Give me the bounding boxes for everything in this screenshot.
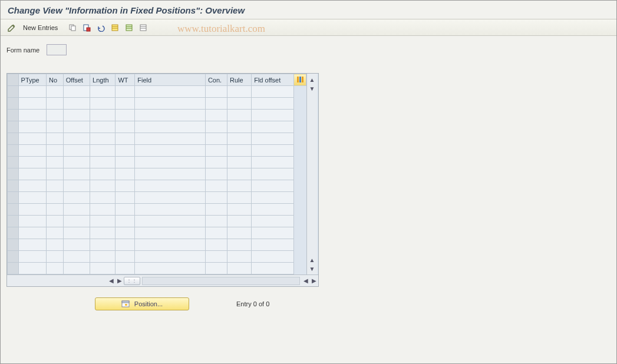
column-fld-offset[interactable]: Fld offset xyxy=(252,74,294,86)
cell[interactable] xyxy=(205,168,227,180)
cell[interactable] xyxy=(63,86,90,98)
cell[interactable] xyxy=(46,239,63,251)
cell[interactable] xyxy=(116,145,135,157)
undo-icon[interactable] xyxy=(94,22,107,34)
cell[interactable] xyxy=(63,180,90,192)
scroll-right-end-icon[interactable]: ▶ xyxy=(310,277,318,285)
row-selector[interactable] xyxy=(8,110,19,121)
cell[interactable] xyxy=(116,168,135,180)
row-selector[interactable] xyxy=(8,251,19,263)
row-selector[interactable] xyxy=(8,98,19,110)
cell[interactable] xyxy=(90,168,116,180)
cell[interactable] xyxy=(252,98,294,110)
cell[interactable] xyxy=(63,263,90,274)
cell[interactable] xyxy=(135,251,206,263)
cell[interactable] xyxy=(90,239,116,251)
cell[interactable] xyxy=(252,157,294,168)
cell[interactable] xyxy=(63,110,90,121)
cell[interactable] xyxy=(227,168,251,180)
cell[interactable] xyxy=(227,157,251,168)
cell[interactable] xyxy=(252,86,294,98)
cell[interactable] xyxy=(63,192,90,204)
cell[interactable] xyxy=(46,192,63,204)
cell[interactable] xyxy=(252,180,294,192)
cell[interactable] xyxy=(46,157,63,168)
cell[interactable] xyxy=(90,110,116,121)
cell[interactable] xyxy=(46,168,63,180)
cell[interactable] xyxy=(205,86,227,98)
cell[interactable] xyxy=(252,145,294,157)
row-selector[interactable] xyxy=(8,192,19,204)
scroll-track[interactable] xyxy=(142,277,300,285)
cell[interactable] xyxy=(135,86,206,98)
scroll-thumb[interactable]: ⋮⋮ xyxy=(124,277,140,285)
row-selector[interactable] xyxy=(8,133,19,145)
cell[interactable] xyxy=(205,204,227,216)
scroll-up-icon[interactable]: ▲ xyxy=(308,75,316,84)
cell[interactable] xyxy=(135,239,206,251)
scroll-left-end-icon[interactable]: ◀ xyxy=(302,277,310,285)
cell[interactable] xyxy=(46,98,63,110)
cell[interactable] xyxy=(116,157,135,168)
cell[interactable] xyxy=(63,239,90,251)
cell[interactable] xyxy=(135,216,206,227)
table-row[interactable] xyxy=(8,98,306,110)
cell[interactable] xyxy=(90,204,116,216)
cell[interactable] xyxy=(63,133,90,145)
cell[interactable] xyxy=(90,121,116,133)
cell[interactable] xyxy=(116,263,135,274)
cell[interactable] xyxy=(46,216,63,227)
cell[interactable] xyxy=(116,227,135,239)
cell[interactable] xyxy=(252,227,294,239)
table-row[interactable] xyxy=(8,157,306,168)
row-selector[interactable] xyxy=(8,204,19,216)
table-row[interactable] xyxy=(8,216,306,227)
column-length[interactable]: Lngth xyxy=(90,74,116,86)
table-row[interactable] xyxy=(8,86,306,98)
cell[interactable] xyxy=(116,180,135,192)
deselect-all-icon[interactable] xyxy=(137,22,150,34)
change-icon[interactable] xyxy=(5,22,18,34)
cell[interactable] xyxy=(227,110,251,121)
cell[interactable] xyxy=(135,263,206,274)
cell[interactable] xyxy=(46,133,63,145)
cell[interactable] xyxy=(46,204,63,216)
cell[interactable] xyxy=(90,263,116,274)
row-select-header[interactable] xyxy=(8,74,19,86)
row-selector[interactable] xyxy=(8,168,19,180)
row-selector[interactable] xyxy=(8,239,19,251)
scroll-right-icon[interactable]: ▶ xyxy=(116,277,124,285)
row-selector[interactable] xyxy=(8,216,19,227)
cell[interactable] xyxy=(252,263,294,274)
cell[interactable] xyxy=(90,192,116,204)
scroll-down-icon[interactable]: ▲ xyxy=(308,256,316,264)
select-all-icon[interactable] xyxy=(108,22,121,34)
cell[interactable] xyxy=(18,168,46,180)
cell[interactable] xyxy=(63,251,90,263)
cell[interactable] xyxy=(46,86,63,98)
cell[interactable] xyxy=(18,227,46,239)
cell[interactable] xyxy=(63,227,90,239)
row-selector[interactable] xyxy=(8,86,19,98)
cell[interactable] xyxy=(63,216,90,227)
row-selector[interactable] xyxy=(8,263,19,274)
cell[interactable] xyxy=(227,251,251,263)
table-row[interactable] xyxy=(8,251,306,263)
cell[interactable] xyxy=(18,192,46,204)
cell[interactable] xyxy=(227,263,251,274)
table-row[interactable] xyxy=(8,204,306,216)
cell[interactable] xyxy=(46,110,63,121)
copy-icon[interactable] xyxy=(66,22,79,34)
cell[interactable] xyxy=(46,251,63,263)
cell[interactable] xyxy=(18,145,46,157)
cell[interactable] xyxy=(18,204,46,216)
cell[interactable] xyxy=(252,168,294,180)
cell[interactable] xyxy=(135,145,206,157)
cell[interactable] xyxy=(46,180,63,192)
cell[interactable] xyxy=(63,121,90,133)
cell[interactable] xyxy=(205,263,227,274)
table-row[interactable] xyxy=(8,110,306,121)
cell[interactable] xyxy=(18,251,46,263)
cell[interactable] xyxy=(205,98,227,110)
table-row[interactable] xyxy=(8,133,306,145)
